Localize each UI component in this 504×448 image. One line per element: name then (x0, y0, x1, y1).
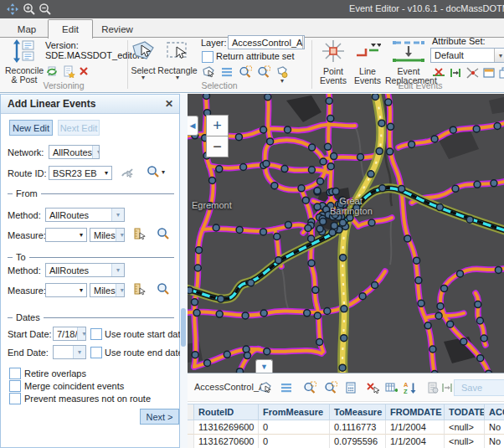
chevron-down-icon[interactable]: ▾ (77, 327, 86, 340)
select-measure-on-map-icon[interactable] (132, 227, 146, 240)
next-edit-button[interactable]: Next Edit (58, 120, 100, 136)
tab-map[interactable]: Map (8, 22, 45, 37)
chevron-down-icon[interactable]: ▾ (302, 36, 305, 49)
tab-review[interactable]: Review (94, 22, 141, 37)
rectangle-select-button[interactable]: Rectangle ▾ (156, 39, 199, 83)
start-date-label: Start Date: (8, 329, 52, 339)
report-icon[interactable] (426, 381, 440, 394)
zoom-to-selection-icon[interactable] (303, 381, 316, 394)
network-dropdown[interactable]: AllRoutes ▾ (49, 145, 100, 159)
from-method-dropdown[interactable]: AllRoutes ▾ (45, 208, 125, 222)
chevron-down-icon[interactable]: ▾ (162, 168, 165, 176)
map-zoom-in-button[interactable]: + (206, 115, 229, 136)
map-zoom-out-button[interactable]: − (206, 136, 229, 157)
map-view[interactable]: Egremont Great Barrington ◀ + − ▼ (188, 94, 504, 373)
copy-attributes-icon[interactable] (498, 66, 504, 80)
return-attribute-set-checkbox[interactable] (202, 51, 213, 63)
attribute-list-icon[interactable] (220, 65, 234, 79)
chevron-down-icon[interactable]: ▾ (116, 284, 125, 296)
column-header[interactable]: ToMeasure (330, 404, 386, 420)
new-edit-button[interactable]: New Edit (9, 120, 53, 136)
next-button[interactable]: Next > (140, 409, 179, 425)
from-method-label: Method: (8, 210, 41, 220)
close-icon[interactable]: ✕ (165, 98, 173, 110)
route-id-dropdown[interactable]: BSR23 EB ▾ (49, 166, 112, 180)
chevron-down-icon[interactable]: ▾ (111, 264, 124, 276)
panel-scrollbar[interactable] (180, 94, 188, 448)
start-date-combo[interactable]: 7/18/ ▾ (53, 327, 86, 341)
zoom-to-route-icon[interactable] (147, 165, 160, 178)
column-header[interactable]: RouteID (194, 404, 259, 420)
use-route-end-label: Use route end date (105, 348, 183, 358)
chevron-down-icon[interactable]: ▾ (105, 169, 111, 177)
clear-selection-icon[interactable] (366, 381, 379, 394)
pan-icon[interactable] (6, 3, 19, 16)
zoom-to-measure-icon[interactable] (157, 282, 170, 296)
row-selector[interactable] (188, 420, 194, 435)
collapse-down-icon: ▼ (260, 363, 268, 371)
column-header[interactable]: TODATE (445, 404, 485, 420)
retire-overlaps-checkbox[interactable] (9, 368, 21, 379)
point-events-button[interactable]: Point Events (316, 39, 350, 87)
to-measure-combo[interactable]: ▾ (45, 283, 87, 297)
attribute-list-icon[interactable] (280, 381, 293, 394)
pan-to-selection-icon[interactable] (324, 381, 337, 394)
to-method-dropdown[interactable]: AllRoutes ▾ (45, 263, 125, 277)
from-measure-combo[interactable]: ▾ (45, 228, 87, 242)
minus-icon: − (213, 138, 222, 156)
select-route-on-map-icon[interactable] (121, 166, 134, 179)
merge-event-icon[interactable] (465, 66, 479, 80)
save-button[interactable]: Save (454, 379, 504, 396)
end-date-combo[interactable]: ▾ (53, 345, 86, 359)
attribute-set-dropdown[interactable]: Default ▾ (430, 48, 504, 63)
collapse-table-button[interactable]: ▼ (255, 359, 273, 373)
zoom-to-measure-icon[interactable] (157, 227, 170, 240)
column-header[interactable]: FROMDATE (386, 404, 445, 420)
merge-coincident-checkbox[interactable] (9, 380, 21, 392)
zoom-in-icon[interactable] (23, 3, 36, 16)
sort-icon[interactable]: A Z (404, 381, 417, 394)
to-unit-dropdown[interactable]: Miles ▾ (90, 283, 125, 297)
table-row[interactable]: 11316270600 0 0.0795596 1/1/2004 <null> … (188, 435, 504, 448)
attribute-set-label: Attribute Set: (432, 36, 486, 46)
translate-measures-icon[interactable] (440, 381, 454, 394)
zoom-to-selection-icon[interactable] (239, 65, 252, 79)
tab-edit[interactable]: Edit (48, 19, 93, 39)
row-selector[interactable] (188, 435, 194, 448)
chevron-down-icon[interactable]: ▾ (111, 209, 124, 221)
field-calculator-icon[interactable] (344, 381, 357, 394)
split-event-icon[interactable] (432, 66, 445, 80)
add-record-icon[interactable] (384, 381, 398, 394)
chevron-down-icon[interactable]: ▾ (494, 49, 504, 62)
column-header[interactable]: ACCESS (485, 404, 504, 420)
chevron-down-icon[interactable]: ▾ (80, 231, 86, 239)
use-route-end-checkbox[interactable] (90, 347, 102, 358)
column-header[interactable]: FromMeasure (259, 404, 330, 420)
line-events-button[interactable]: Line Events (352, 39, 383, 87)
layer-dropdown[interactable]: AccessControl_A ▾ (228, 35, 305, 49)
map-canvas[interactable] (188, 94, 504, 373)
from-unit-dropdown[interactable]: Miles ▾ (90, 228, 125, 242)
select-by-polygon-icon[interactable] (202, 65, 215, 79)
prevent-measures-checkbox[interactable] (9, 393, 21, 404)
scrollbar-thumb[interactable] (181, 308, 186, 347)
chevron-down-icon[interactable]: ▾ (92, 146, 100, 158)
selection-group-label: Selection (127, 80, 311, 90)
pan-to-selection-icon[interactable] (257, 65, 270, 79)
chevron-down-icon[interactable]: ▾ (80, 286, 86, 294)
reconcile-post-button[interactable]: Reconcile & Post (5, 39, 44, 81)
chevron-down-icon[interactable]: ▾ (73, 346, 85, 358)
versioning-group-label: Versioning (0, 80, 127, 90)
attribute-window-icon[interactable] (482, 66, 496, 80)
refresh-version-icon[interactable] (45, 64, 59, 78)
zoom-out-icon[interactable] (39, 3, 52, 16)
delete-version-icon[interactable] (78, 65, 90, 77)
use-route-start-checkbox[interactable] (90, 328, 102, 340)
table-row[interactable]: 11316269600 0 0.1116773 1/1/2004 <null> … (188, 420, 504, 435)
new-version-icon[interactable] (62, 64, 75, 78)
collapse-panel-button[interactable]: ◀ (188, 116, 198, 136)
select-features-icon[interactable] (259, 381, 272, 394)
chevron-down-icon[interactable]: ▾ (116, 229, 125, 241)
translate-event-icon[interactable] (449, 66, 462, 80)
select-measure-on-map-icon[interactable] (132, 282, 146, 296)
